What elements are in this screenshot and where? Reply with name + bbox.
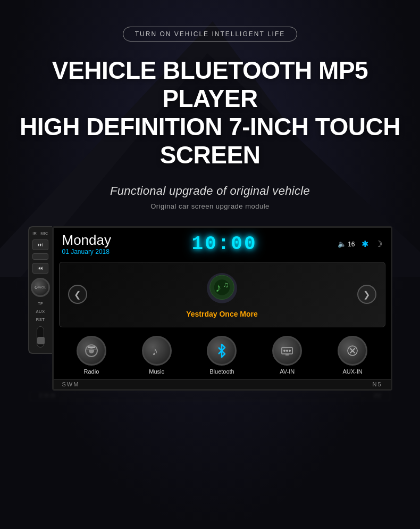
music-icon: ♪ <box>149 343 164 358</box>
bluetooth-icon <box>215 343 229 358</box>
screen-header: Monday 01 January 2018 10:00 🔈 16 ✱ ☽ <box>54 228 391 259</box>
volume-icon: 🔈 <box>338 240 346 248</box>
radio-label: Radio <box>84 368 99 375</box>
bottom-icons-row: Radio ♪ Music <box>54 330 391 379</box>
volume-value: 16 <box>348 241 355 248</box>
volume-knob[interactable]: ⏻/VOL <box>31 278 50 297</box>
top-badge: TURN ON VEHICLE INTELLIGENT LIFE <box>123 27 298 42</box>
music-label: Music <box>149 368 164 375</box>
moon-icon: ☽ <box>375 239 382 249</box>
radio-button[interactable]: Radio <box>77 336 106 375</box>
auxin-icon <box>345 343 360 358</box>
prev-track-button[interactable]: ❮ <box>68 285 87 304</box>
day-display: Monday <box>62 233 112 247</box>
song-title: Yestrday Once More <box>186 310 258 318</box>
volume-indicator: 🔈 16 <box>338 240 355 248</box>
top-labels: IR MIC <box>32 232 48 235</box>
main-title: VEHICLE BLUETOOTH MP5 PLAYER HIGH DEFINI… <box>0 56 420 169</box>
brand-label: SWM <box>62 381 80 387</box>
main-screen: Monday 01 January 2018 10:00 🔈 16 ✱ ☽ ❮ <box>52 226 392 391</box>
mic-label: MIC <box>40 232 48 235</box>
clock-display: 10:00 <box>122 233 327 255</box>
volume-slider[interactable] <box>37 326 44 348</box>
vol-label: ⏻/VOL <box>35 286 46 289</box>
model-label: N5 <box>372 381 382 387</box>
subtitle: Functional upgrade of original vehicle <box>110 184 310 198</box>
avin-icon <box>280 343 295 358</box>
svg-rect-14 <box>285 354 289 356</box>
bluetooth-label: Bluetooth <box>209 368 234 375</box>
bluetooth-status-icon: ✱ <box>362 239 368 249</box>
status-icons: 🔈 16 ✱ ☽ <box>338 239 382 249</box>
svg-text:♫: ♫ <box>223 280 229 288</box>
album-art-svg: ♪ ♫ <box>205 271 239 305</box>
music-button[interactable]: ♪ Music <box>142 336 172 375</box>
rst-label: RST <box>36 317 45 322</box>
avin-icon-circle <box>272 336 302 366</box>
aux-label: AUX <box>36 309 45 314</box>
svg-text:♪: ♪ <box>152 344 158 358</box>
slider-thumb <box>37 337 45 344</box>
avin-button[interactable]: AV-IN <box>272 336 302 375</box>
auxin-icon-circle <box>338 336 367 366</box>
radio-icon <box>84 343 99 358</box>
auxin-button[interactable]: AUX-IN <box>338 336 367 375</box>
date-display: 01 January 2018 <box>62 248 112 255</box>
svg-point-11 <box>283 350 285 352</box>
ir-label: IR <box>32 232 37 235</box>
sub-description: Original car screen upgrade module <box>150 202 270 210</box>
music-icon-circle: ♪ <box>142 336 172 366</box>
svg-rect-8 <box>87 349 96 350</box>
next-button[interactable]: ⏭ <box>32 239 48 250</box>
reflection: SWM N5 <box>0 391 420 401</box>
date-section: Monday 01 January 2018 <box>62 233 112 255</box>
svg-text:♪: ♪ <box>215 280 221 294</box>
avin-label: AV-IN <box>280 368 295 375</box>
svg-rect-7 <box>88 346 95 348</box>
svg-point-13 <box>289 350 291 352</box>
line-button[interactable] <box>32 253 48 260</box>
radio-icon-circle <box>77 336 106 366</box>
bluetooth-icon-circle <box>207 336 237 366</box>
left-panel: IR MIC ⏭ ⏮ ⏻/VOL TF AUX RST <box>28 226 52 354</box>
player-area: ❮ ♪ ♫ Yestrday Once More ❯ <box>59 262 385 327</box>
next-track-button[interactable]: ❯ <box>357 285 376 304</box>
bluetooth-button[interactable]: Bluetooth <box>207 336 237 375</box>
svg-point-12 <box>286 350 288 352</box>
device-container: IR MIC ⏭ ⏮ ⏻/VOL TF AUX RST Monday 01 Ja… <box>0 226 420 391</box>
auxin-label: AUX-IN <box>342 368 362 375</box>
prev-button[interactable]: ⏮ <box>32 263 48 274</box>
tf-label: TF <box>38 301 43 306</box>
album-art: ♪ ♫ Yestrday Once More <box>186 271 258 318</box>
bottom-bar: SWM N5 <box>54 379 391 389</box>
